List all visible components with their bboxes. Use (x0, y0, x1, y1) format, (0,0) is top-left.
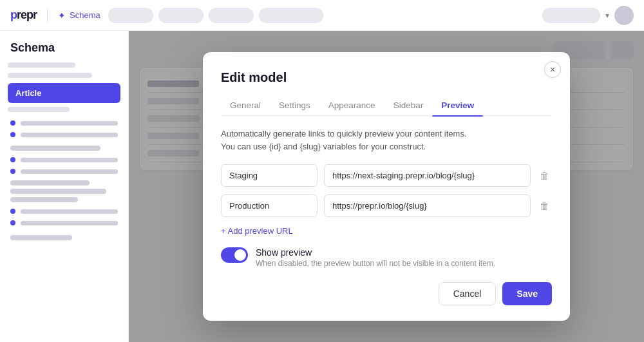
sidebar-dot-bar-6 (21, 221, 118, 225)
modal-footer: Cancel Save (221, 282, 552, 305)
description-line1: Automatically generate links to quickly … (221, 129, 467, 138)
sidebar-dot-item-3[interactable] (8, 154, 120, 166)
production-url-field[interactable] (324, 195, 531, 217)
modal-close-button[interactable]: × (544, 61, 561, 78)
save-button[interactable]: Save (502, 282, 552, 305)
preview-row-staging: 🗑 (221, 164, 552, 187)
modal-tabs: General Settings Appearance Sidebar Prev… (221, 95, 552, 116)
staging-label-input[interactable] (221, 164, 317, 187)
staging-url-field[interactable] (324, 164, 531, 187)
sidebar-dot-icon-6 (10, 220, 15, 225)
nav-chevron-icon: ▾ (605, 11, 609, 20)
sidebar-section-bar-2 (10, 180, 90, 185)
logo: prepr (10, 8, 37, 22)
nav-pill-3[interactable] (209, 8, 254, 23)
sidebar-dot-item-2[interactable] (8, 129, 120, 140)
sidebar-dot-bar-1 (21, 121, 118, 126)
sidebar-bar-3 (8, 107, 70, 112)
sidebar-dot-bar-4 (21, 169, 118, 174)
sidebar-dot-icon-1 (10, 120, 15, 126)
cancel-button[interactable]: Cancel (439, 282, 497, 305)
sidebar-bar-1 (8, 62, 75, 68)
show-preview-toggle[interactable] (221, 247, 248, 263)
sidebar-dot-icon-5 (10, 209, 15, 214)
production-delete-button[interactable]: 🗑 (537, 198, 552, 214)
description-line2: You can use {id} and {slug} variables fo… (221, 142, 426, 151)
production-label-field[interactable] (221, 195, 317, 217)
tab-sidebar[interactable]: Sidebar (384, 95, 433, 115)
toggle-text: Show preview When disabled, the preview … (256, 247, 495, 268)
edit-model-modal: × Edit model General Settings Appearance… (203, 52, 570, 321)
toggle-knob (234, 249, 246, 261)
tab-preview[interactable]: Preview (432, 95, 483, 115)
main-layout: Schema Article (0, 31, 644, 342)
tab-appearance[interactable]: Appearance (319, 95, 384, 115)
sidebar-dot-item-6[interactable] (8, 217, 120, 229)
content-area: × Edit model General Settings Appearance… (129, 31, 644, 342)
production-url-input[interactable] (324, 195, 531, 217)
sidebar-section-bar-5 (10, 235, 72, 240)
sidebar-dot-bar-3 (21, 158, 118, 162)
preview-row-production: 🗑 (221, 195, 552, 217)
sidebar-section-bar-3 (10, 189, 106, 194)
sidebar-dot-bar-2 (21, 133, 118, 137)
tab-general[interactable]: General (221, 95, 270, 115)
schema-icon: ✦ (58, 10, 66, 21)
show-preview-toggle-row: Show preview When disabled, the preview … (221, 247, 552, 268)
sidebar-section-bar-4 (10, 197, 78, 202)
nav-schema-label: Schema (70, 10, 100, 20)
staging-url-input[interactable] (324, 164, 531, 187)
sidebar-dot-item-4[interactable] (8, 166, 120, 177)
toggle-sublabel: When disabled, the preview button will n… (256, 259, 495, 268)
sidebar: Schema Article (0, 31, 129, 342)
sidebar-bar-2 (8, 73, 92, 78)
sidebar-item-article[interactable]: Article (8, 83, 120, 103)
staging-delete-button[interactable]: 🗑 (537, 167, 552, 184)
nav-right-pill[interactable] (542, 8, 600, 23)
sidebar-dot-item-5[interactable] (8, 205, 120, 217)
nav-pill-2[interactable] (158, 8, 204, 23)
tab-settings[interactable]: Settings (270, 95, 319, 115)
nav-pill-4[interactable] (259, 8, 323, 23)
sidebar-dot-icon-3 (10, 157, 15, 162)
sidebar-section-bar-1 (10, 146, 100, 151)
production-label-input[interactable] (221, 195, 317, 217)
top-nav: prepr ✦ Schema ▾ (0, 0, 644, 31)
nav-schema-link[interactable]: ✦ Schema (58, 10, 100, 21)
close-icon: × (550, 64, 555, 75)
staging-label-field[interactable] (221, 164, 317, 187)
user-avatar[interactable] (614, 6, 634, 25)
add-preview-url-link[interactable]: + Add preview URL (221, 226, 293, 236)
nav-right: ▾ (542, 6, 634, 25)
modal-overlay: × Edit model General Settings Appearance… (129, 31, 644, 342)
preview-description: Automatically generate links to quickly … (221, 128, 552, 153)
nav-pill-1[interactable] (108, 8, 153, 23)
sidebar-dot-icon-4 (10, 169, 15, 174)
nav-divider (47, 9, 48, 22)
sidebar-title: Schema (8, 41, 120, 55)
modal-title: Edit model (221, 70, 552, 85)
sidebar-dot-item-1[interactable] (8, 117, 120, 129)
sidebar-dot-icon-2 (10, 132, 15, 137)
nav-pills (108, 8, 535, 23)
sidebar-dot-bar-5 (21, 209, 118, 214)
toggle-label: Show preview (256, 247, 495, 258)
